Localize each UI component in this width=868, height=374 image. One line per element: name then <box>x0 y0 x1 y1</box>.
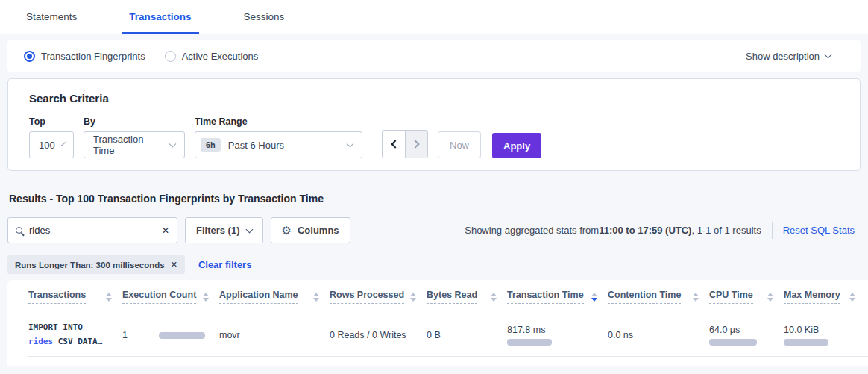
top-select[interactable]: 100 <box>29 131 74 158</box>
results-heading: Results - Top 100 Transaction Fingerprin… <box>9 193 861 205</box>
filter-chip: Runs Longer Than: 300 milliseconds ✕ <box>7 255 185 274</box>
chevron-right-icon <box>411 140 419 148</box>
search-criteria-title: Search Criteria <box>29 92 839 105</box>
radio-unselected-icon[interactable] <box>165 51 176 62</box>
transactions-page: Statements Transactions Sessions Transac… <box>0 0 868 374</box>
top-tab-bar: Statements Transactions Sessions <box>0 0 868 34</box>
results-table: Transactions Execution Count Application… <box>7 280 868 366</box>
apply-button[interactable]: Apply <box>492 133 541 158</box>
top-value: 100 <box>39 140 55 151</box>
time-range-value: Past 6 Hours <box>228 140 284 151</box>
clear-filters-link[interactable]: Clear filters <box>198 259 252 270</box>
sort-icon[interactable] <box>106 293 112 302</box>
radio-active-executions[interactable]: Active Executions <box>165 51 259 62</box>
columns-label: Columns <box>298 225 339 236</box>
transaction-time-value: 817.8 ms <box>507 325 597 335</box>
rows-processed-value: 0 Reads / 0 Writes <box>330 330 406 340</box>
search-criteria-card: Search Criteria Top 100 By Transaction T… <box>7 78 861 171</box>
previous-time-button[interactable] <box>383 131 405 158</box>
table-header-row: Transactions Execution Count Application… <box>28 280 868 314</box>
table-row: IMPORT INTO rides CSV DATA… 1 movr 0 Rea… <box>28 314 868 357</box>
sql-line2: rides CSV DATA… <box>28 335 112 349</box>
transaction-time-bar <box>507 339 552 346</box>
sql-line1: IMPORT INTO <box>28 321 112 335</box>
max-memory-value: 10.0 KiB <box>784 325 855 335</box>
show-description-toggle[interactable]: Show description <box>746 51 844 62</box>
sort-icon[interactable] <box>693 293 699 302</box>
cpu-time-cell: 64.0 µs <box>709 325 784 346</box>
clear-search-icon[interactable]: ✕ <box>160 225 171 236</box>
max-memory-cell: 10.0 KiB <box>784 325 866 346</box>
contention-time-value: 0.0 ns <box>608 330 633 340</box>
transaction-fingerprint-cell[interactable]: IMPORT INTO rides CSV DATA… <box>28 321 122 349</box>
next-time-button[interactable] <box>405 131 427 158</box>
contention-time-cell: 0.0 ns <box>608 330 709 340</box>
cpu-time-bar <box>709 339 757 346</box>
column-header-application-name[interactable]: Application Name <box>219 290 330 304</box>
tab-transactions[interactable]: Transactions <box>122 2 198 34</box>
top-field: Top 100 <box>29 116 74 158</box>
sort-icon[interactable] <box>313 293 319 302</box>
column-header-transactions[interactable]: Transactions <box>28 290 122 304</box>
time-step-arrows <box>382 130 428 158</box>
gear-icon: ⚙ <box>282 224 292 237</box>
chevron-down-icon <box>169 140 177 148</box>
execution-count-value: 1 <box>122 330 128 340</box>
time-range-badge: 6h <box>201 138 221 152</box>
tab-sessions[interactable]: Sessions <box>236 2 292 34</box>
columns-button[interactable]: ⚙ Columns <box>271 217 350 243</box>
chevron-down-icon <box>245 226 253 234</box>
stats-prefix: Showing aggregated stats from <box>465 225 599 236</box>
search-icon <box>16 227 22 234</box>
results-toolbar: ✕ Filters (1) ⚙ Columns Showing aggregat… <box>7 217 861 243</box>
active-filters-row: Runs Longer Than: 300 milliseconds ✕ Cle… <box>7 255 861 274</box>
sort-icon[interactable] <box>410 293 416 302</box>
by-select[interactable]: Transaction Time <box>84 131 185 158</box>
column-header-max-memory[interactable]: Max Memory <box>784 290 866 304</box>
application-name-cell: movr <box>219 330 330 340</box>
search-input[interactable] <box>29 225 160 236</box>
radio-label: Active Executions <box>182 51 259 62</box>
cpu-time-value: 64.0 µs <box>709 325 773 335</box>
time-range-label: Time Range <box>195 116 362 127</box>
now-button[interactable]: Now <box>438 131 481 158</box>
column-header-rows-processed[interactable]: Rows Processed <box>330 290 427 304</box>
column-header-cpu-time[interactable]: CPU Time <box>709 290 784 304</box>
sort-icon[interactable] <box>767 293 773 302</box>
transaction-time-cell: 817.8 ms <box>507 325 608 346</box>
time-range-field: Time Range 6h Past 6 Hours <box>195 116 362 158</box>
chevron-left-icon <box>391 140 399 148</box>
filters-button[interactable]: Filters (1) <box>185 217 263 243</box>
sort-icon[interactable] <box>849 293 855 302</box>
column-header-bytes-read[interactable]: Bytes Read <box>427 290 507 304</box>
column-header-contention-time[interactable]: Contention Time <box>608 290 709 304</box>
bytes-read-value: 0 B <box>427 330 441 340</box>
by-value: Transaction Time <box>93 134 163 156</box>
filter-chip-label: Runs Longer Than: 300 milliseconds <box>15 261 165 269</box>
sort-icon[interactable] <box>491 293 497 302</box>
sql-line2-rest: CSV DATA… <box>53 337 102 346</box>
execution-count-cell: 1 <box>122 330 219 340</box>
sort-desc-icon[interactable] <box>591 293 597 302</box>
search-box[interactable]: ✕ <box>7 217 177 243</box>
max-memory-bar <box>784 339 828 346</box>
chevron-down-icon <box>347 140 354 148</box>
tab-statements[interactable]: Statements <box>19 2 84 34</box>
vertical-divider <box>772 222 773 239</box>
execution-count-bar <box>159 332 205 339</box>
radio-selected-icon[interactable] <box>24 51 35 62</box>
application-name-value: movr <box>219 330 240 340</box>
transaction-link[interactable]: rides <box>28 337 53 346</box>
stats-suffix: , 1-1 of 1 results <box>691 225 761 236</box>
column-header-execution-count[interactable]: Execution Count <box>122 290 219 304</box>
remove-filter-icon[interactable]: ✕ <box>171 260 177 269</box>
reset-sql-stats-link[interactable]: Reset SQL Stats <box>783 225 861 236</box>
column-header-transaction-time[interactable]: Transaction Time <box>507 290 608 304</box>
show-description-label: Show description <box>746 51 820 62</box>
aggregated-stats-text: Showing aggregated stats from 11:00 to 1… <box>465 222 861 239</box>
radio-transaction-fingerprints[interactable]: Transaction Fingerprints <box>24 51 145 62</box>
view-toggle-strip: Transaction Fingerprints Active Executio… <box>7 40 861 72</box>
by-label: By <box>84 116 185 127</box>
sort-icon[interactable] <box>203 293 209 302</box>
time-range-select[interactable]: 6h Past 6 Hours <box>195 131 362 158</box>
